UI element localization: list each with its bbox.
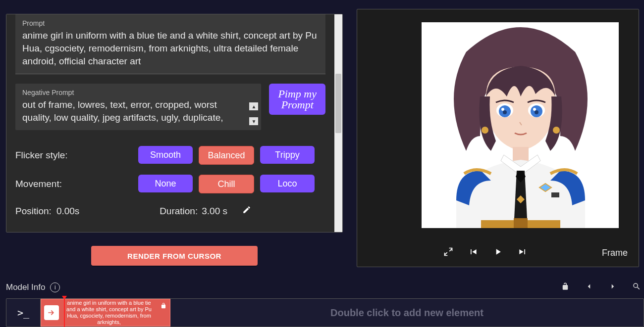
svg-point-6 — [501, 108, 504, 111]
flicker-style-label: Flicker style: — [15, 150, 138, 161]
model-info-label[interactable]: Model Info — [6, 282, 45, 292]
render-label: RENDER FROM CURSOR — [127, 252, 221, 260]
skip-end-icon[interactable] — [518, 247, 528, 259]
flicker-trippy-chip[interactable]: Trippy — [260, 146, 315, 164]
nav-right-icon[interactable] — [608, 282, 617, 293]
info-icon[interactable]: i — [50, 282, 60, 292]
neg-down-button[interactable]: ▼ — [249, 117, 258, 125]
expand-icon[interactable] — [443, 247, 453, 259]
prompt-field[interactable]: Prompt anime girl in uniform with a blue… — [15, 14, 325, 74]
nav-left-icon[interactable] — [585, 282, 593, 293]
preview-image — [422, 22, 619, 228]
svg-rect-15 — [514, 218, 528, 228]
flicker-smooth-chip[interactable]: Smooth — [138, 146, 193, 164]
playhead[interactable] — [64, 298, 65, 327]
timeline[interactable]: >_ anime girl in uniform with a blue tie… — [6, 298, 644, 327]
svg-rect-1 — [513, 147, 529, 161]
skip-start-icon[interactable] — [468, 247, 478, 259]
preview-panel: Frame — [357, 9, 639, 267]
duration-label: Duration: — [160, 206, 198, 217]
edit-duration-icon[interactable] — [242, 205, 251, 217]
timeline-clip[interactable]: anime girl in uniform with a blue tie an… — [41, 299, 170, 327]
svg-rect-17 — [551, 192, 559, 197]
timeline-hint[interactable]: Double click to add new element — [170, 299, 644, 327]
svg-point-9 — [535, 110, 538, 114]
negative-prompt-field[interactable]: Negative Prompt out of frame, lowres, te… — [15, 84, 261, 130]
neg-up-button[interactable]: ▲ — [249, 102, 258, 110]
left-scrollbar[interactable] — [334, 14, 342, 232]
position-value: 0.00s — [56, 206, 79, 217]
movement-chill-chip[interactable]: Chill — [199, 175, 254, 193]
pimp-label: Pimp my Prompt — [269, 89, 325, 110]
position-label: Position: — [15, 206, 52, 217]
flicker-balanced-chip[interactable]: Balanced — [199, 146, 254, 165]
svg-point-7 — [533, 108, 536, 111]
svg-point-11 — [553, 127, 560, 134]
movement-none-chip[interactable]: None — [138, 175, 193, 192]
negative-prompt-text[interactable]: out of frame, lowres, text, error, cropp… — [22, 98, 244, 124]
prompt-text[interactable]: anime girl in uniform with a blue tie an… — [22, 29, 319, 68]
prompt-label: Prompt — [22, 19, 319, 27]
unlock-icon[interactable] — [561, 282, 570, 293]
negative-prompt-label: Negative Prompt — [22, 89, 244, 96]
pimp-my-prompt-button[interactable]: Pimp my Prompt — [269, 84, 325, 115]
movement-loco-chip[interactable]: Loco — [260, 175, 315, 192]
clip-arrow-icon — [44, 305, 59, 320]
settings-panel: Prompt anime girl in uniform with a blue… — [6, 14, 343, 233]
render-from-cursor-button[interactable]: RENDER FROM CURSOR — [91, 246, 258, 266]
play-icon[interactable] — [493, 247, 503, 259]
svg-point-8 — [503, 110, 507, 114]
frame-label: Frame — [602, 248, 628, 258]
movement-label: Movement: — [15, 179, 138, 189]
terminal-icon[interactable]: >_ — [6, 299, 41, 327]
clip-lock-icon[interactable] — [160, 302, 167, 311]
scrollbar-thumb[interactable] — [335, 74, 341, 133]
duration-value: 3.00 s — [202, 206, 227, 217]
clip-text: anime girl in uniform with a blue tie an… — [62, 300, 156, 326]
svg-point-10 — [482, 127, 488, 134]
zoom-icon[interactable] — [632, 282, 641, 293]
